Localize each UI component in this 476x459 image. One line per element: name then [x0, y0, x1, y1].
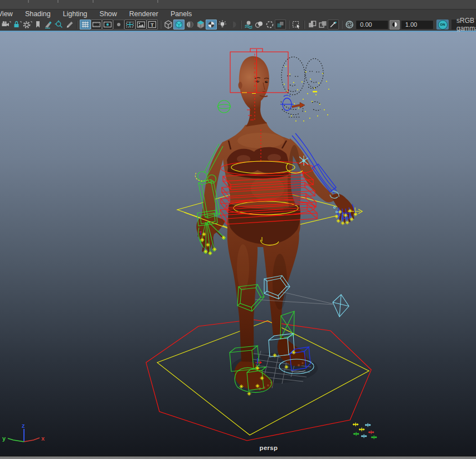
snapshot-icon[interactable] [328, 20, 339, 30]
toolbar-separator [76, 21, 78, 29]
shelf-tab-tick [28, 0, 29, 3]
xray-joints-icon[interactable] [317, 20, 328, 30]
color-management-toggle[interactable]: ON [436, 20, 449, 30]
exposure-field[interactable]: 0.00 [356, 21, 388, 29]
axis-x-label: x [41, 435, 45, 442]
shelf-tab-tick [57, 0, 59, 3]
panel-toolbar: T 0.00 1.00 ON sRGB gamma [0, 18, 476, 32]
shelf-tab-tick [93, 0, 94, 3]
lock-camera-icon[interactable] [11, 20, 22, 30]
isolate-select-icon[interactable] [291, 20, 302, 30]
toolbar-separator [288, 21, 289, 29]
axis-y-label: y [2, 435, 6, 442]
viewport[interactable]: z y x persp [0, 32, 476, 456]
svg-text:T: T [150, 22, 154, 28]
camera-name-label[interactable]: persp [252, 444, 285, 451]
wireframe-on-shaded-icon[interactable] [184, 20, 195, 30]
camera-attributes-gear-icon[interactable] [22, 20, 32, 30]
menu-view[interactable]: View [0, 10, 19, 18]
menu-shading[interactable]: Shading [19, 10, 57, 18]
panel-menubar: View Shading Lighting Show Renderer Pane… [0, 9, 476, 18]
depth-of-field-icon[interactable] [275, 20, 286, 30]
contrast-icon[interactable] [390, 20, 400, 30]
shadows-icon[interactable] [227, 20, 238, 30]
shelf-tab-tick [157, 0, 158, 3]
menu-show[interactable]: Show [94, 10, 123, 18]
use-default-material-icon[interactable] [206, 20, 217, 30]
xray-display-icon[interactable] [307, 20, 317, 30]
bottom-strip [0, 456, 476, 459]
select-camera-icon[interactable] [1, 20, 11, 30]
film-gate-icon[interactable] [91, 20, 102, 30]
color-management-on-label: ON [438, 20, 448, 30]
menu-panels[interactable]: Panels [164, 10, 198, 18]
view-transform-dropdown[interactable]: sRGB gamma [451, 20, 476, 30]
lights-icon[interactable] [217, 20, 227, 30]
shelf-strip [0, 0, 476, 9]
gamma-field[interactable]: 1.00 [401, 21, 433, 29]
smooth-shade-mode-icon[interactable] [173, 20, 184, 30]
axis-z-label: z [22, 422, 25, 429]
image-plane-icon[interactable] [43, 20, 54, 30]
viewport-canvas[interactable]: z y x [0, 32, 476, 456]
pan-zoom-2d-icon[interactable] [54, 20, 64, 30]
field-chart-icon[interactable] [124, 20, 135, 30]
gate-mask-icon[interactable] [113, 20, 124, 30]
safe-action-icon[interactable] [135, 20, 147, 30]
bookmark-icon[interactable] [32, 20, 43, 30]
wireframe-mode-icon[interactable] [163, 20, 173, 30]
toolbar-separator [303, 21, 305, 29]
toolbar-separator [159, 21, 161, 29]
grid-toggle-icon[interactable] [80, 20, 91, 30]
motion-blur-icon[interactable] [254, 20, 264, 30]
safe-title-icon[interactable]: T [147, 20, 158, 30]
toolbar-separator [240, 21, 241, 29]
exposure-icon[interactable] [344, 20, 354, 30]
resolution-gate-icon[interactable] [102, 20, 113, 30]
ambient-occlusion-icon[interactable] [243, 20, 254, 30]
textured-mode-icon[interactable] [195, 20, 206, 30]
anti-aliasing-icon[interactable] [264, 20, 275, 30]
menu-renderer[interactable]: Renderer [123, 10, 164, 18]
toolbar-separator [341, 21, 342, 29]
menu-lighting[interactable]: Lighting [57, 10, 94, 18]
grease-pencil-icon[interactable] [64, 20, 75, 30]
maya-viewport-panel: View Shading Lighting Show Renderer Pane… [0, 0, 476, 459]
